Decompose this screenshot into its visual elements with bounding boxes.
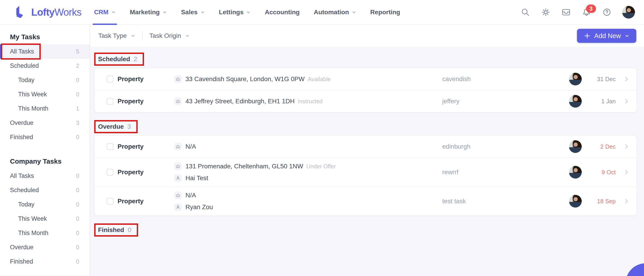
task-checkbox[interactable] bbox=[107, 143, 114, 150]
sidebar-item-company-tasks-all-tasks[interactable]: All Tasks0 bbox=[0, 169, 90, 183]
detail-text: N/A bbox=[186, 192, 196, 199]
nav-item-label: Lettings bbox=[219, 9, 244, 16]
nav-item-label: Sales bbox=[181, 9, 198, 16]
sidebar-item-my-tasks-all-tasks[interactable]: All Tasks5 bbox=[0, 44, 90, 59]
nav-item-marketing[interactable]: Marketing bbox=[130, 0, 167, 25]
detail-text: Ryan Zou bbox=[186, 203, 213, 211]
chevron-right-icon bbox=[624, 143, 629, 150]
detail-text: N/A bbox=[186, 143, 196, 150]
due-date: 18 Sep bbox=[582, 198, 616, 205]
chevron-down-icon bbox=[130, 33, 136, 38]
chevron-right-icon bbox=[624, 198, 629, 205]
task-name: edinburgh bbox=[442, 143, 569, 150]
help-icon[interactable] bbox=[602, 7, 612, 17]
row-open-chevron[interactable] bbox=[616, 98, 631, 105]
assignee-avatar bbox=[569, 95, 582, 108]
sidebar-item-count: 0 bbox=[76, 172, 79, 179]
inbox-icon[interactable] bbox=[561, 7, 571, 17]
task-row[interactable]: PropertyN/ARyan Zoutest task18 Sep bbox=[94, 186, 636, 215]
task-card: Property33 Cavendish Square, London, W1G… bbox=[94, 68, 637, 112]
task-row[interactable]: Property131 Promenade, Cheltenham, GL50 … bbox=[94, 157, 636, 186]
due-date: 31 Dec bbox=[582, 76, 616, 83]
brand-name: LoftyWorks bbox=[31, 7, 81, 18]
user-avatar[interactable] bbox=[622, 6, 635, 19]
sidebar-item-count: 0 bbox=[76, 187, 79, 194]
sidebar-item-company-tasks-scheduled[interactable]: Scheduled0 bbox=[0, 183, 90, 197]
detail-line: Ryan Zou bbox=[174, 203, 442, 211]
gear-icon[interactable] bbox=[541, 7, 551, 17]
sidebar-item-count: 0 bbox=[76, 91, 79, 98]
sidebar-item-my-tasks-this-week[interactable]: This Week0 bbox=[0, 87, 90, 102]
sidebar-item-label: Finished bbox=[10, 134, 33, 141]
selected-indicator-bar bbox=[0, 44, 2, 59]
sidebar-item-label: Today bbox=[18, 77, 34, 84]
task-checkbox[interactable] bbox=[107, 169, 114, 176]
sidebar-item-my-tasks-finished[interactable]: Finished0 bbox=[0, 130, 90, 144]
sidebar-item-my-tasks-overdue[interactable]: Overdue3 bbox=[0, 116, 90, 130]
chevron-right-icon bbox=[624, 76, 629, 83]
person-icon-chip bbox=[174, 203, 182, 211]
person-icon bbox=[175, 204, 181, 210]
sidebar-heading-my-tasks: My Tasks bbox=[10, 33, 90, 41]
task-name: test task bbox=[442, 198, 569, 205]
detail-line: N/A bbox=[174, 143, 442, 150]
sidebar-item-my-tasks-scheduled[interactable]: Scheduled2 bbox=[0, 59, 90, 73]
sidebar-item-company-tasks-this-week[interactable]: This Week0 bbox=[0, 212, 90, 226]
home-icon-chip bbox=[174, 143, 182, 150]
chevron-right-icon bbox=[624, 98, 629, 105]
section-count: 3 bbox=[128, 123, 131, 130]
sidebar-item-company-tasks-finished[interactable]: Finished0 bbox=[0, 254, 90, 269]
property-status: Instructed bbox=[298, 98, 323, 105]
due-date: 2 Dec bbox=[582, 143, 616, 150]
sidebar-item-my-tasks-today[interactable]: Today0 bbox=[0, 73, 90, 87]
sidebar-item-count: 3 bbox=[76, 119, 79, 126]
task-details: N/ARyan Zou bbox=[174, 191, 442, 211]
row-open-chevron[interactable] bbox=[616, 198, 631, 205]
chevron-up-icon bbox=[111, 10, 116, 15]
task-origin-label: Task Origin bbox=[150, 32, 181, 40]
nav-item-lettings[interactable]: Lettings bbox=[219, 0, 251, 25]
detail-text: 131 Promenade, Cheltenham, GL50 1NW bbox=[186, 163, 303, 170]
add-new-button[interactable]: Add New bbox=[577, 29, 636, 43]
task-details: N/A bbox=[174, 143, 442, 150]
sidebar-item-company-tasks-overdue[interactable]: Overdue0 bbox=[0, 240, 90, 254]
home-icon bbox=[175, 99, 181, 104]
assignee-avatar bbox=[569, 140, 582, 153]
row-open-chevron[interactable] bbox=[616, 169, 631, 176]
section-header-wrap: Finished0 bbox=[94, 223, 138, 236]
sidebar-item-company-tasks-this-month[interactable]: This Month0 bbox=[0, 226, 90, 240]
notifications-bell-icon[interactable]: 3 bbox=[582, 7, 592, 17]
task-row[interactable]: Property33 Cavendish Square, London, W1G… bbox=[94, 68, 636, 90]
task-card: PropertyN/Aedinburgh2 DecProperty131 Pro… bbox=[94, 136, 637, 216]
section-title: Overdue bbox=[98, 123, 124, 130]
sidebar-item-count: 5 bbox=[76, 48, 79, 55]
task-origin-filter[interactable]: Task Origin bbox=[150, 32, 190, 40]
nav-item-accounting[interactable]: Accounting bbox=[265, 0, 300, 25]
task-type-label: Property bbox=[118, 76, 174, 83]
main-panel: Task Type Task Origin Add New Scheduled2… bbox=[90, 25, 644, 275]
chevron-down-icon bbox=[352, 10, 356, 15]
task-checkbox[interactable] bbox=[107, 76, 114, 83]
nav-item-automation[interactable]: Automation bbox=[314, 0, 356, 25]
sidebar-item-label: This Month bbox=[18, 229, 48, 236]
chevron-right-icon bbox=[624, 169, 629, 176]
brand-logo[interactable]: LoftyWorks bbox=[13, 5, 81, 20]
home-icon-chip bbox=[174, 191, 182, 199]
sidebar-item-my-tasks-this-month[interactable]: This Month1 bbox=[0, 102, 90, 116]
task-row[interactable]: PropertyN/Aedinburgh2 Dec bbox=[94, 136, 636, 157]
detail-line: 33 Cavendish Square, London, W1G 0PWAvai… bbox=[174, 75, 442, 83]
task-checkbox[interactable] bbox=[107, 198, 114, 205]
row-open-chevron[interactable] bbox=[616, 76, 631, 83]
sidebar-item-label: Scheduled bbox=[10, 187, 39, 194]
nav-item-crm[interactable]: CRM bbox=[94, 0, 116, 25]
detail-text: 33 Cavendish Square, London, W1G 0PW bbox=[186, 76, 304, 83]
nav-item-reporting[interactable]: Reporting bbox=[370, 0, 400, 25]
task-row[interactable]: Property43 Jeffrey Street, Edinburgh, EH… bbox=[94, 90, 636, 112]
sidebar-item-company-tasks-today[interactable]: Today0 bbox=[0, 197, 90, 212]
task-type-filter[interactable]: Task Type bbox=[98, 32, 136, 40]
task-checkbox[interactable] bbox=[107, 98, 114, 105]
row-open-chevron[interactable] bbox=[616, 143, 631, 150]
nav-item-sales[interactable]: Sales bbox=[181, 0, 205, 25]
search-icon[interactable] bbox=[520, 7, 530, 17]
sidebar-item-label: Overdue bbox=[10, 244, 34, 251]
